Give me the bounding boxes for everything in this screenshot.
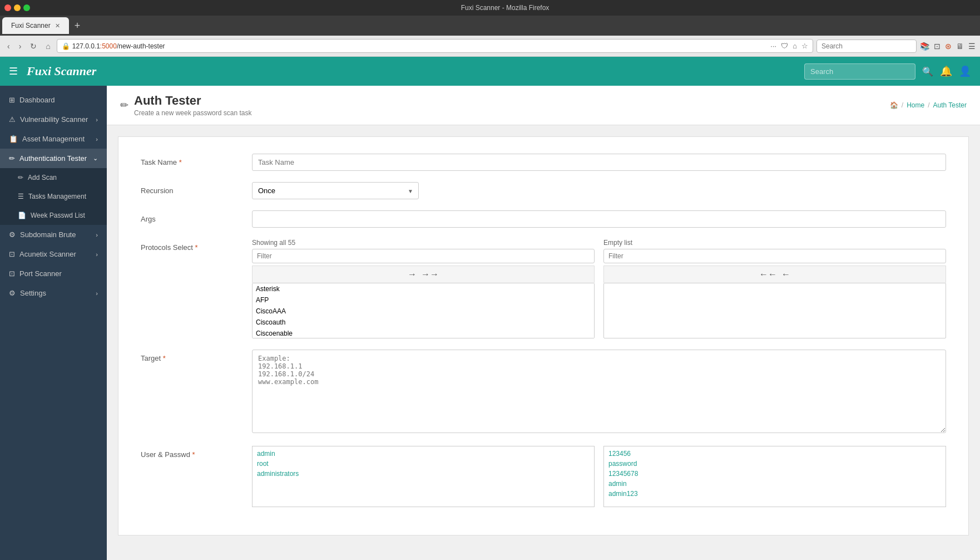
new-tab-button[interactable]: + — [71, 20, 84, 32]
protocols-right-filter[interactable] — [603, 249, 946, 263]
sidebar-item-tasks-management[interactable]: ☰ Tasks Management — [0, 187, 107, 206]
protocols-label: Protocols Select * — [141, 239, 241, 252]
passwords-box[interactable]: 123456 password 12345678 admin admin123 — [603, 446, 946, 507]
addressbar: ‹ › ↻ ⌂ 🔒 127.0.0.1:5000/new-auth-tester… — [0, 36, 980, 57]
tab-label: Fuxi Scanner — [11, 22, 51, 30]
password-item: 12345678 — [608, 469, 941, 479]
recursion-field: Once Daily Weekly Monthly — [252, 182, 946, 199]
tab-close-icon[interactable]: ✕ — [55, 22, 60, 30]
sidebar-item-authentication-tester[interactable]: ✏ Authentication Tester ⌄ — [0, 149, 107, 168]
app-body: ⊞ Dashboard ⚠ Vulnerability Scanner › 📋 … — [0, 86, 980, 560]
task-name-label: Task Name * — [141, 154, 241, 166]
user-icon[interactable]: 👤 — [959, 65, 971, 77]
args-input[interactable] — [252, 210, 946, 228]
vulnerability-icon: ⚠ — [9, 115, 16, 124]
task-name-field — [252, 154, 946, 171]
bookmarks-icon[interactable]: 📚 — [920, 42, 929, 51]
back-button[interactable]: ‹ — [4, 41, 13, 52]
password-item: 123456 — [608, 449, 941, 459]
target-field — [252, 350, 946, 435]
hamburger-icon[interactable]: ☰ — [9, 65, 18, 77]
dashboard-icon: ⊞ — [9, 96, 15, 104]
sidebar-item-vulnerability-scanner[interactable]: ⚠ Vulnerability Scanner › — [0, 110, 107, 129]
password-item: admin123 — [608, 489, 941, 499]
args-row: Args — [141, 210, 946, 228]
refresh-button[interactable]: ↻ — [27, 41, 39, 52]
sidebar-item-label: Settings — [20, 289, 46, 297]
url-bar[interactable]: 🔒 127.0.0.1:5000/new-auth-tester ··· 🛡 ⌂… — [57, 39, 813, 53]
page-subtitle: Create a new week password scan task — [134, 109, 251, 117]
protocols-right-panel: Empty list ←← ← — [603, 239, 946, 338]
users-box[interactable]: admin root administrators — [252, 446, 595, 507]
minimize-btn[interactable] — [14, 4, 21, 11]
protocols-right-list[interactable] — [603, 283, 946, 338]
tabs-icon[interactable]: ⊡ — [934, 42, 941, 51]
bell-icon[interactable]: 🔔 — [940, 65, 952, 77]
breadcrumb-home-icon[interactable]: 🏠 — [890, 101, 898, 109]
header-search-input[interactable] — [804, 63, 915, 80]
sidebar-item-asset-management[interactable]: 📋 Asset Management › — [0, 129, 107, 149]
browser-toolbar-icons: 📚 ⊡ ⊛ 🖥 ☰ — [920, 42, 976, 51]
maximize-btn[interactable] — [23, 4, 30, 11]
sidebar-item-label: Add Scan — [28, 174, 57, 181]
header-right: 🔍 🔔 👤 — [804, 63, 971, 80]
target-textarea[interactable] — [252, 350, 946, 433]
page-title-area: ✏ Auth Tester Create a new week password… — [120, 94, 251, 117]
forward-button[interactable]: › — [16, 41, 24, 52]
user-item: root — [257, 459, 590, 469]
sidebar-item-label: Subdomain Brute — [20, 230, 76, 239]
add-scan-icon: ✏ — [18, 174, 23, 181]
protocols-field: Showing all 55 → →→ Asterisk AFP CiscoAA… — [252, 239, 946, 338]
chevron-right-icon: › — [96, 290, 98, 297]
chevron-right-icon: › — [96, 136, 98, 143]
app: ☰ Fuxi Scanner 🔍 🔔 👤 ⊞ Dashboard ⚠ Vulne… — [0, 57, 980, 560]
recursion-select-wrapper: Once Daily Weekly Monthly — [252, 182, 419, 199]
sidebar-item-label: Week Passwd List — [31, 212, 85, 219]
sidebar-item-add-scan[interactable]: ✏ Add Scan — [0, 168, 107, 187]
firefox-icon: ⊛ — [945, 42, 952, 51]
sidebar-item-dashboard[interactable]: ⊞ Dashboard — [0, 90, 107, 110]
move-all-right-btn[interactable]: →→ — [421, 269, 439, 279]
protocols-arrows-left: → →→ — [252, 266, 595, 283]
menu-icon[interactable]: ☰ — [968, 42, 976, 51]
protocols-left-filter[interactable] — [252, 249, 595, 263]
sidebar-item-subdomain-brute[interactable]: ⚙ Subdomain Brute › — [0, 225, 107, 244]
task-name-row: Task Name * — [141, 154, 946, 171]
sidebar-item-settings[interactable]: ⚙ Settings › — [0, 283, 107, 303]
recursion-row: Recursion Once Daily Weekly Monthly — [141, 182, 946, 199]
breadcrumb-current: Auth Tester — [933, 101, 967, 109]
sidebar-item-week-passwd-list[interactable]: 📄 Week Passwd List — [0, 206, 107, 225]
acunetix-icon: ⊡ — [9, 250, 15, 258]
url-star-icon[interactable]: ☆ — [801, 42, 808, 50]
close-btn[interactable] — [4, 4, 11, 11]
sidebar-item-label: Acunetix Scanner — [19, 250, 76, 258]
recursion-select[interactable]: Once Daily Weekly Monthly — [252, 182, 419, 199]
titlebar: Fuxi Scanner - Mozilla Firefox — [0, 0, 980, 16]
user-item: admin — [257, 449, 590, 459]
url-text: 127.0.0.1:5000/new-auth-tester — [72, 42, 165, 50]
tabbar: Fuxi Scanner ✕ + — [0, 16, 980, 36]
browser-search-input[interactable] — [816, 40, 917, 53]
sidebar-item-label: Port Scanner — [19, 269, 62, 278]
move-left-btn[interactable]: ← — [781, 269, 790, 279]
desktop-icon[interactable]: 🖥 — [956, 42, 964, 51]
window-controls[interactable] — [4, 4, 30, 11]
move-right-btn[interactable]: → — [408, 269, 417, 279]
protocols-left-list[interactable]: Asterisk AFP CiscoAAA Ciscoauth Ciscoena… — [252, 283, 595, 338]
chevron-right-icon: › — [96, 232, 98, 238]
password-item: password — [608, 459, 941, 469]
protocols-showing-label: Showing all 55 — [252, 239, 595, 247]
breadcrumb-home-link[interactable]: Home — [907, 101, 924, 109]
main-content: ✏ Auth Tester Create a new week password… — [107, 86, 980, 560]
move-all-left-btn[interactable]: ←← — [759, 269, 777, 279]
user-passwd-row: User & Passwd * admin root administrator… — [141, 446, 946, 507]
sidebar-item-label: Authentication Tester — [19, 154, 87, 163]
task-name-input[interactable] — [252, 154, 946, 171]
sidebar-item-label: Tasks Management — [28, 193, 86, 200]
browser-tab[interactable]: Fuxi Scanner ✕ — [2, 17, 69, 34]
url-more-icon[interactable]: ··· — [770, 42, 776, 50]
sidebar-item-port-scanner[interactable]: ⊡ Port Scanner — [0, 264, 107, 283]
home-button[interactable]: ⌂ — [43, 41, 53, 52]
sidebar-item-acunetix-scanner[interactable]: ⊡ Acunetix Scanner › — [0, 244, 107, 264]
search-icon[interactable]: 🔍 — [922, 66, 933, 77]
